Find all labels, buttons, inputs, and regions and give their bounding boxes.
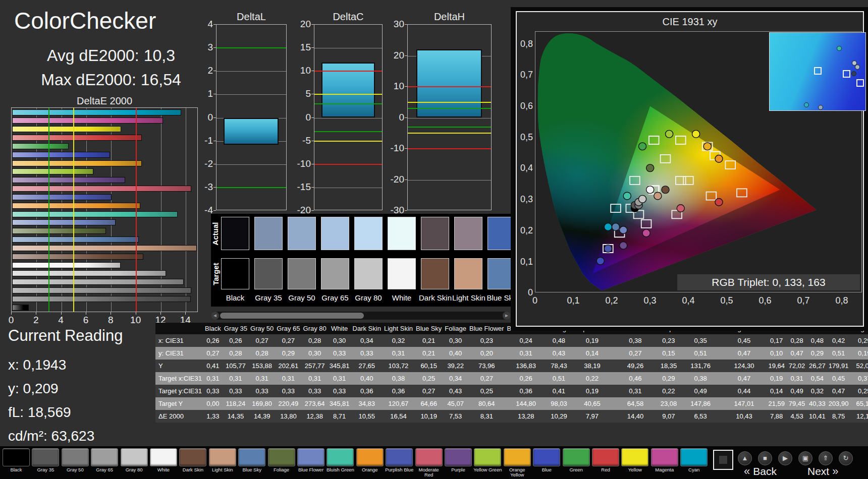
toolbar-patch-orange-yellow[interactable] bbox=[504, 448, 531, 466]
toolbar-patch-magenta[interactable] bbox=[651, 448, 678, 466]
table-cell: 9,07 bbox=[658, 410, 680, 423]
deltae-bar-foliage bbox=[12, 228, 106, 234]
toolbar-patch-orange[interactable] bbox=[356, 448, 384, 466]
y-tick-label: 5 bbox=[289, 88, 311, 99]
column-header: Gray 35 bbox=[223, 323, 249, 334]
toolbar-patch-label: Purplish Blue bbox=[384, 467, 414, 472]
toolbar-patch-white[interactable] bbox=[150, 448, 177, 466]
next-button[interactable]: Next» bbox=[807, 465, 841, 477]
reference-line bbox=[314, 164, 382, 165]
toolbar-patch-purplish-blue[interactable] bbox=[386, 448, 413, 466]
toolbar-patch-label: Gray 80 bbox=[119, 467, 149, 472]
refresh-button[interactable]: ↻ bbox=[839, 451, 853, 465]
patch-toolbar: BlackGray 35Gray 50Gray 65Gray 80WhiteDa… bbox=[0, 446, 868, 479]
up-button[interactable]: ▲ bbox=[738, 451, 752, 465]
toolbar-patch-label: Orange Yellow bbox=[502, 467, 532, 477]
table-cell: 0,45 bbox=[827, 372, 850, 385]
deltac-chart bbox=[314, 24, 383, 210]
eject-button[interactable]: ⇑ bbox=[819, 451, 833, 465]
avg-de2000-label: Avg dE2000: 10,3 bbox=[0, 46, 222, 65]
table-cell: 0,27 bbox=[468, 372, 506, 385]
toolbar-patch-light-skin[interactable] bbox=[209, 448, 236, 466]
table-cell: 72,02 bbox=[786, 360, 807, 372]
toolbar-patch-black[interactable] bbox=[3, 448, 30, 466]
actual-swatch-gray-65 bbox=[321, 217, 349, 250]
tick-mark bbox=[11, 312, 12, 315]
table-cell: 4,53 bbox=[786, 410, 807, 423]
y-tick-label: 10 bbox=[289, 65, 311, 76]
toolbar-patch-gray-35[interactable] bbox=[32, 448, 59, 466]
current-reading-title: Current Reading bbox=[8, 327, 123, 345]
table-cell: 202,61 bbox=[275, 360, 301, 372]
scroll-right-button[interactable]: ► bbox=[503, 312, 511, 320]
display-button[interactable]: ▣ bbox=[798, 451, 812, 465]
toolbar-patch-blue[interactable] bbox=[533, 448, 560, 466]
toolbar-patch-purple[interactable] bbox=[445, 448, 472, 466]
toolbar-patch-blue-sky[interactable] bbox=[238, 448, 265, 466]
target-swatch-blue-sky bbox=[487, 258, 511, 289]
table-cell: 19,64 bbox=[767, 360, 786, 372]
toolbar-patch-foliage[interactable] bbox=[268, 448, 295, 466]
toolbar-patch-yellow-green[interactable] bbox=[474, 448, 501, 466]
toolbar-patch-moderate-red[interactable] bbox=[415, 448, 443, 466]
table-cell: 0,34 bbox=[351, 334, 383, 347]
deltae-bar-gray-80 bbox=[12, 270, 166, 276]
column-header: White bbox=[328, 323, 351, 334]
table-cell: 0,29 bbox=[275, 347, 301, 360]
reference-line bbox=[408, 148, 491, 149]
table-cell: 0,31 bbox=[506, 347, 547, 360]
table-cell: 0,23 bbox=[468, 334, 506, 347]
actual-swatch-gray-35 bbox=[254, 217, 283, 250]
x-tick-label: 0,4 bbox=[681, 295, 695, 306]
stop-button[interactable]: ■ bbox=[758, 451, 772, 465]
table-cell: 40,33 bbox=[807, 397, 827, 410]
tick-mark bbox=[311, 117, 314, 118]
table-cell: 0,33 bbox=[249, 385, 275, 397]
table-cell: 0,19 bbox=[571, 385, 613, 397]
inset-measured-point bbox=[804, 102, 809, 107]
scroll-left-button[interactable]: ◄ bbox=[211, 312, 219, 320]
cie-measured-dark-skin bbox=[662, 186, 669, 194]
toolbar-patch-dark-skin[interactable] bbox=[179, 448, 206, 466]
table-cell: 0,40 bbox=[351, 372, 383, 385]
target-swatch-gray-50 bbox=[288, 258, 316, 289]
toolbar-patch-gray-50[interactable] bbox=[62, 448, 89, 466]
toolbar-patch-gray-65[interactable] bbox=[91, 448, 118, 466]
table-cell: 147,86 bbox=[680, 397, 722, 410]
tick-mark bbox=[311, 187, 314, 188]
tick-mark bbox=[311, 210, 314, 211]
toolbar-patch-cyan[interactable] bbox=[680, 448, 708, 466]
table-cell: 0,19 bbox=[850, 347, 868, 360]
table-cell: 153,88 bbox=[249, 360, 275, 372]
table-cell: 0,25 bbox=[414, 372, 443, 385]
deltae-bar-gray-35 bbox=[12, 296, 191, 302]
table-cell: 0,31 bbox=[302, 372, 328, 385]
deltal-bar bbox=[224, 118, 279, 145]
table-cell: 144,80 bbox=[506, 397, 547, 410]
toolbar-patch-label: Blue bbox=[531, 467, 562, 472]
table-cell: 27,65 bbox=[351, 360, 383, 372]
inset-measured-point bbox=[851, 71, 856, 76]
back-button[interactable]: «Back bbox=[741, 465, 777, 477]
toolbar-patch-label: White bbox=[148, 467, 179, 472]
play-button[interactable]: ▶ bbox=[778, 451, 792, 465]
toolbar-patch-green[interactable] bbox=[563, 448, 590, 466]
y-tick-label: -2 bbox=[191, 158, 213, 169]
table-cell: 0,31 bbox=[223, 372, 249, 385]
back-button-label: Back bbox=[753, 465, 777, 477]
reference-line bbox=[314, 141, 382, 142]
table-cell: 0,38 bbox=[613, 334, 658, 347]
swatch-column-label: White bbox=[386, 293, 418, 302]
table-cell: 0,33 bbox=[328, 347, 351, 360]
table-cell: 0,28 bbox=[786, 334, 807, 347]
toolbar-patch-gray-80[interactable] bbox=[121, 448, 148, 466]
toolbar-patch-blue-flower[interactable] bbox=[297, 448, 324, 466]
tick-mark bbox=[405, 148, 407, 149]
swatch-scrollbar[interactable]: ◄ ► bbox=[211, 312, 511, 320]
toolbar-patch-yellow[interactable] bbox=[621, 448, 648, 466]
toolbar-patch-bluish-green[interactable] bbox=[327, 448, 354, 466]
toolbar-patch-red[interactable] bbox=[592, 448, 619, 466]
table-cell: 7,53 bbox=[443, 410, 468, 423]
scrollbar-thumb[interactable] bbox=[220, 313, 364, 319]
column-header: Gray 50 bbox=[249, 323, 275, 334]
